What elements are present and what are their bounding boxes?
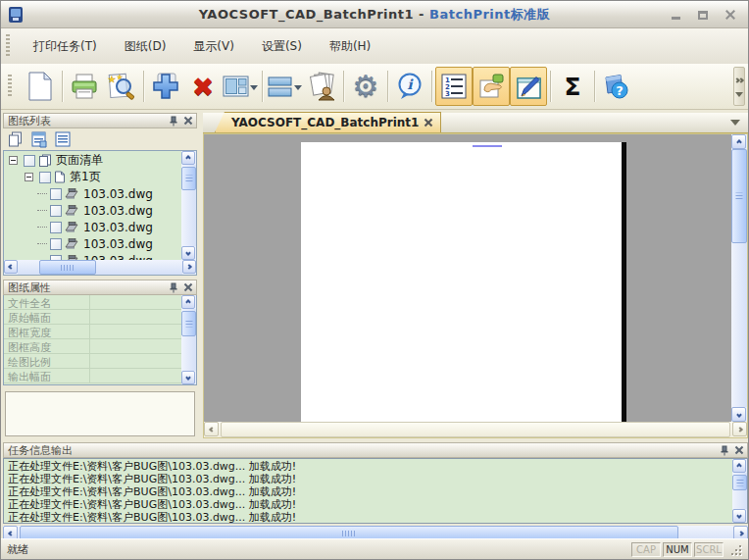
hlayout-dropdown-caret[interactable] — [294, 85, 302, 94]
delete-drawing-button[interactable]: ✖ — [184, 67, 222, 106]
canvas-vertical-scrollbar[interactable] — [731, 134, 747, 422]
menubar-grip[interactable] — [6, 34, 10, 58]
scroll-up-button[interactable] — [181, 151, 195, 165]
scroll-thumb[interactable] — [181, 167, 196, 190]
file-checkbox[interactable] — [50, 205, 62, 217]
property-value[interactable] — [90, 339, 181, 353]
scroll-down-button[interactable] — [181, 246, 195, 260]
scroll-right-button[interactable] — [182, 260, 196, 274]
scroll-up-button[interactable] — [181, 295, 195, 309]
document-tab[interactable]: YAOCSOFT_CAD_BatchPrint1 — [215, 112, 441, 132]
property-row[interactable]: 图框宽度 — [4, 325, 181, 339]
scroll-up-button[interactable] — [732, 459, 746, 473]
tree-file-row[interactable]: 103.03.dwg — [4, 235, 181, 252]
tree-page-row[interactable]: 第1页 — [4, 169, 181, 185]
collapse-icon[interactable] — [25, 173, 33, 181]
info-button[interactable]: i — [391, 67, 428, 106]
add-icon — [150, 72, 181, 101]
tab-close-icon[interactable] — [424, 119, 432, 127]
property-row[interactable]: 图框高度 — [4, 339, 181, 354]
properties-vertical-scrollbar[interactable] — [181, 295, 196, 384]
scroll-down-button[interactable] — [731, 407, 746, 422]
tree-vertical-scrollbar[interactable] — [181, 151, 196, 260]
menu-settings[interactable]: 设置(S) — [248, 34, 316, 59]
pin-icon[interactable] — [169, 116, 178, 127]
panel-close-icon[interactable] — [735, 446, 743, 454]
scroll-thumb[interactable] — [39, 260, 96, 275]
maximize-button[interactable] — [695, 8, 711, 22]
tree-horizontal-scrollbar[interactable] — [4, 260, 196, 275]
panel-close-icon[interactable] — [184, 283, 192, 291]
edit-toggle-button[interactable] — [510, 67, 547, 106]
page-view-toggle-button[interactable] — [473, 67, 510, 106]
tree-file-row[interactable]: 103.03.dwg — [4, 219, 181, 235]
layout-dropdown-caret[interactable] — [250, 85, 258, 94]
menu-help[interactable]: 帮助(H) — [316, 34, 384, 59]
scroll-right-button[interactable] — [732, 422, 747, 436]
canvas-horizontal-scrollbar[interactable] — [204, 422, 747, 437]
horizontal-layout-button[interactable] — [266, 67, 303, 106]
help-button[interactable]: ? — [598, 67, 635, 106]
details-list-icon[interactable] — [54, 130, 72, 148]
copy-pages-icon[interactable] — [7, 130, 25, 148]
page-checkbox[interactable] — [39, 172, 51, 183]
collapse-icon[interactable] — [9, 156, 18, 165]
log-line: 正在处理文件E:\资料\客户BUG图\103.03.dwg... 加载成功! — [8, 485, 728, 498]
file-checkbox[interactable] — [50, 188, 62, 200]
print-button[interactable] — [66, 67, 103, 106]
menu-print-task[interactable]: 打印任务(T) — [20, 34, 111, 59]
scroll-up-button[interactable] — [731, 134, 746, 149]
batch-print-button[interactable] — [303, 67, 340, 106]
log-vertical-scrollbar[interactable] — [732, 459, 747, 523]
menu-view[interactable]: 显示(V) — [179, 34, 248, 59]
log-line: 正在处理文件E:\资料\客户BUG图\103.03.dwg... 加载成功! — [8, 473, 728, 485]
tree-file-row[interactable]: 103.03.dwg — [4, 252, 181, 260]
tree-file-row[interactable]: 103.03.dwg — [4, 185, 181, 202]
file-checkbox[interactable] — [50, 238, 62, 250]
property-value[interactable] — [90, 295, 181, 309]
sigma-summary-button[interactable]: Σ — [554, 67, 591, 106]
property-value[interactable] — [90, 354, 181, 368]
log-lines[interactable]: 正在处理文件E:\资料\客户BUG图\103.03.dwg... 加载成功! 正… — [4, 459, 732, 523]
close-button[interactable] — [723, 8, 738, 22]
svg-text:?: ? — [616, 83, 624, 98]
pin-icon[interactable] — [720, 445, 729, 456]
new-document-button[interactable] — [22, 67, 59, 106]
property-row[interactable]: 原始幅面 — [4, 310, 181, 325]
settings-button[interactable]: ⚙ — [347, 67, 384, 106]
toolbar-separator — [431, 71, 432, 102]
scroll-thumb[interactable] — [181, 311, 196, 336]
toolbar-overflow-handle[interactable] — [733, 67, 745, 106]
property-value[interactable] — [90, 310, 181, 324]
scroll-left-button[interactable] — [204, 422, 219, 436]
root-checkbox[interactable] — [24, 155, 35, 167]
toolbar-grip[interactable] — [8, 75, 12, 98]
window-layout-button[interactable] — [222, 67, 259, 106]
scroll-thumb[interactable] — [732, 475, 747, 490]
property-value[interactable] — [90, 325, 181, 338]
menu-drawing[interactable]: 图纸(D) — [111, 34, 180, 59]
report-preview-icon[interactable] — [30, 130, 48, 148]
panel-close-icon[interactable] — [184, 117, 192, 125]
print-preview-button[interactable]: ★ ★ — [103, 67, 140, 106]
file-checkbox[interactable] — [50, 222, 62, 233]
scroll-down-button[interactable] — [181, 371, 195, 384]
property-row[interactable]: 文件全名 — [4, 295, 181, 310]
window-resize-grip[interactable] — [729, 543, 742, 556]
minimize-button[interactable] — [668, 8, 683, 22]
scroll-down-button[interactable] — [732, 509, 746, 523]
tree-file-row[interactable]: 103.03.dwg — [4, 202, 181, 219]
scroll-thumb[interactable] — [731, 149, 747, 243]
property-row[interactable]: 输出幅面 — [4, 369, 181, 383]
properties-header: 图纸属性 — [3, 280, 197, 295]
scroll-thumb[interactable] — [221, 422, 730, 437]
tab-list-dropdown-icon[interactable] — [730, 120, 740, 130]
drawing-canvas[interactable] — [204, 134, 731, 422]
add-drawing-button[interactable] — [147, 67, 184, 106]
property-value[interactable] — [90, 369, 181, 382]
scroll-left-button[interactable] — [4, 260, 18, 274]
list-view-toggle-button[interactable]: 1 2 3 — [435, 67, 473, 106]
property-row[interactable]: 绘图比例 — [4, 354, 181, 369]
tree-root-row[interactable]: 页面清单 — [4, 152, 181, 169]
pin-icon[interactable] — [169, 282, 178, 293]
